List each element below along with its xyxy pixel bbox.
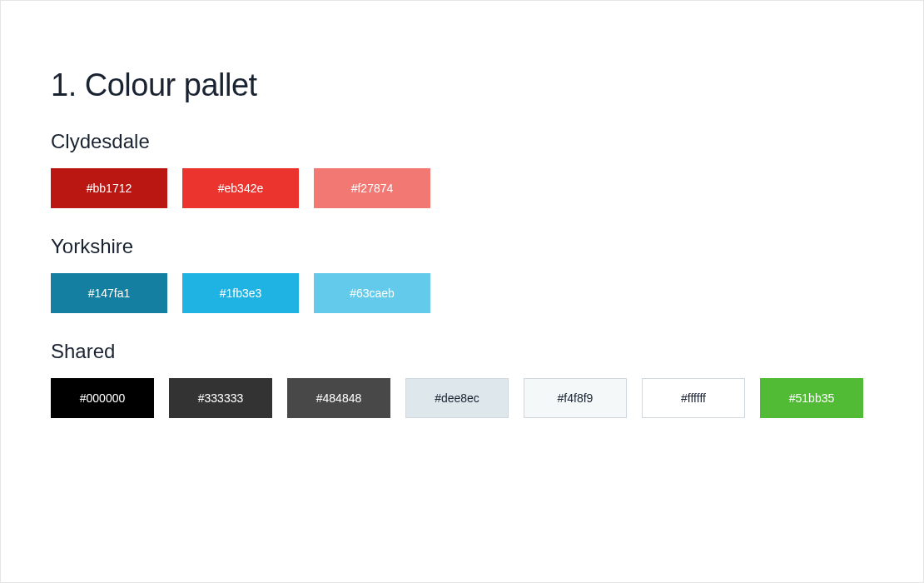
swatch-hex-label: #ffffff xyxy=(681,391,706,405)
palette-group: Yorkshire#147fa1#1fb3e3#63caeb xyxy=(51,235,873,313)
color-swatch: #484848 xyxy=(287,378,390,418)
color-swatch: #1fb3e3 xyxy=(182,273,299,313)
color-swatch: #bb1712 xyxy=(51,168,167,208)
swatch-hex-label: #bb1712 xyxy=(87,182,132,195)
palette-groups: Clydesdale#bb1712#eb342e#f27874Yorkshire… xyxy=(51,130,873,418)
color-swatch: #147fa1 xyxy=(51,273,167,313)
swatch-hex-label: #000000 xyxy=(80,391,126,405)
palette-group: Shared#000000#333333#484848#dee8ec#f4f8f… xyxy=(51,340,873,418)
swatch-hex-label: #f27874 xyxy=(351,182,394,195)
color-swatch: #f27874 xyxy=(314,168,430,208)
color-swatch: #000000 xyxy=(51,378,154,418)
swatch-hex-label: #1fb3e3 xyxy=(220,287,262,300)
swatch-row: #147fa1#1fb3e3#63caeb xyxy=(51,273,873,313)
color-swatch: #eb342e xyxy=(182,168,299,208)
color-swatch: #f4f8f9 xyxy=(524,378,627,418)
swatch-hex-label: #dee8ec xyxy=(435,391,479,405)
swatch-hex-label: #484848 xyxy=(316,391,362,405)
swatch-hex-label: #147fa1 xyxy=(88,287,131,300)
group-heading: Clydesdale xyxy=(51,130,873,153)
swatch-hex-label: #51bb35 xyxy=(789,391,835,405)
group-heading: Shared xyxy=(51,340,873,363)
color-swatch: #ffffff xyxy=(642,378,745,418)
color-swatch: #63caeb xyxy=(314,273,430,313)
swatch-hex-label: #63caeb xyxy=(350,287,395,300)
swatch-hex-label: #f4f8f9 xyxy=(558,391,594,405)
color-swatch: #dee8ec xyxy=(405,378,509,418)
color-swatch: #333333 xyxy=(169,378,272,418)
color-swatch: #51bb35 xyxy=(760,378,863,418)
swatch-row: #bb1712#eb342e#f27874 xyxy=(51,168,873,208)
swatch-hex-label: #eb342e xyxy=(218,182,264,195)
group-heading: Yorkshire xyxy=(51,235,873,258)
palette-group: Clydesdale#bb1712#eb342e#f27874 xyxy=(51,130,873,208)
page-title: 1. Colour pallet xyxy=(51,67,873,103)
swatch-hex-label: #333333 xyxy=(198,391,244,405)
swatch-row: #000000#333333#484848#dee8ec#f4f8f9#ffff… xyxy=(51,378,873,418)
